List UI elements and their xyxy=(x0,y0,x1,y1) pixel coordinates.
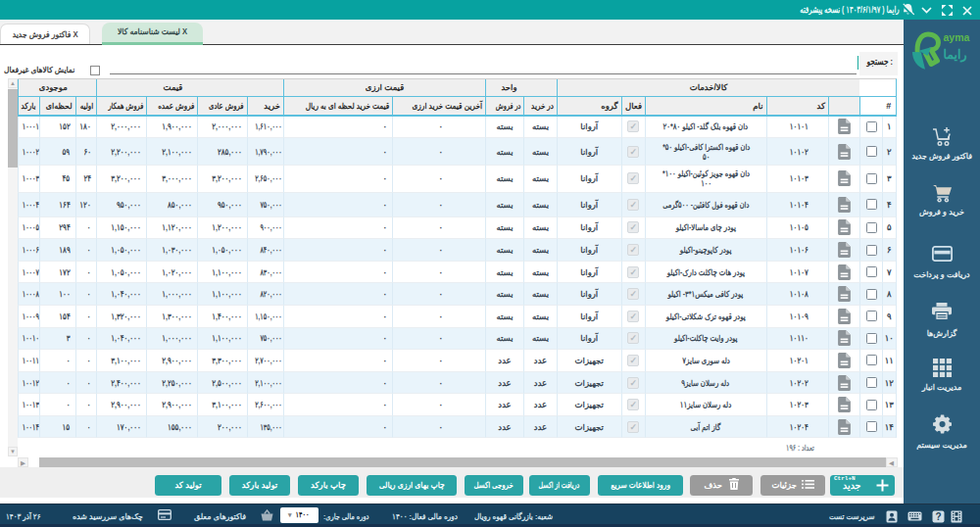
svg-text:رایما: رایما xyxy=(944,48,967,63)
svg-text:?: ? xyxy=(935,511,941,522)
svg-text:ayma: ayma xyxy=(944,31,970,43)
